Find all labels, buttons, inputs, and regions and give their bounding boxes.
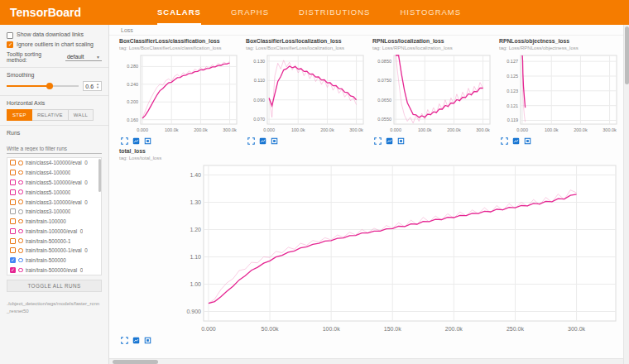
- pin-icon[interactable]: [524, 137, 531, 145]
- svg-text:200.0k: 200.0k: [445, 326, 463, 332]
- tab-scalars[interactable]: SCALARS: [157, 0, 201, 25]
- vertical-scrollbar[interactable]: [623, 25, 629, 364]
- slider-thumb[interactable]: [46, 83, 53, 89]
- fit-data-icon[interactable]: [386, 137, 393, 145]
- line-chart[interactable]: 0.9001.001.101.201.301.400.00050.00k100.…: [119, 162, 623, 336]
- svg-text:1.10: 1.10: [190, 254, 201, 260]
- run-item[interactable]: train/class3-100000: [7, 207, 98, 217]
- run-checkbox[interactable]: [10, 208, 16, 214]
- run-checkbox[interactable]: [10, 180, 16, 185]
- horizontal-axis-label: Horizontal Axis: [7, 100, 102, 106]
- toggle-all-runs-button[interactable]: TOGGLE ALL RUNS: [7, 280, 102, 292]
- run-item[interactable]: train/class4-100000: [7, 168, 98, 178]
- run-label: train/train-100000/eval_0: [26, 228, 84, 234]
- horizontal-scrollbar-thumb[interactable]: [113, 360, 158, 364]
- tooltip-sorting-select[interactable]: default ▼: [65, 53, 102, 61]
- smoothing-value-input[interactable]: 0.6 ▲▼: [83, 81, 102, 91]
- run-item[interactable]: train/class3-100000/eval_0: [7, 197, 98, 207]
- run-checkbox[interactable]: [10, 228, 16, 234]
- run-item[interactable]: train/train-500000-1: [7, 236, 98, 246]
- run-checkbox[interactable]: [10, 189, 16, 195]
- run-label: train/class4-100000: [26, 170, 71, 175]
- axis-step-button[interactable]: STEP: [7, 109, 32, 121]
- chart-card: BoxClassifierLoss/localization_loss tag:…: [246, 38, 368, 145]
- fit-data-icon[interactable]: [132, 137, 140, 145]
- ignore-outliers-checkbox[interactable]: Ignore outliers in chart scaling: [7, 41, 102, 49]
- pin-icon[interactable]: [271, 137, 278, 145]
- expand-icon[interactable]: [501, 137, 508, 145]
- tooltip-sorting-label: Tooltip sorting method:: [7, 51, 63, 63]
- svg-text:0.110: 0.110: [254, 78, 265, 83]
- fit-data-icon[interactable]: [132, 337, 140, 344]
- svg-text:1.20: 1.20: [190, 227, 201, 232]
- run-checkbox[interactable]: [10, 160, 16, 165]
- expand-icon[interactable]: [121, 137, 128, 145]
- tab-graphs[interactable]: GRAPHS: [231, 0, 269, 25]
- chart-tag: tag: Loss/BoxClassifierLoss/localization…: [246, 46, 368, 51]
- svg-text:0.130: 0.130: [253, 59, 265, 64]
- show-download-links-checkbox[interactable]: Show data download links: [7, 31, 102, 39]
- checkbox-icon[interactable]: [7, 32, 13, 39]
- vertical-scrollbar-thumb[interactable]: [625, 26, 629, 84]
- run-item[interactable]: train/train-100000/eval_0: [7, 226, 98, 236]
- svg-text:0.070: 0.070: [253, 117, 265, 122]
- run-item[interactable]: train/train-500000-1/eval_0: [7, 246, 98, 256]
- svg-text:0.0650: 0.0650: [377, 98, 391, 103]
- run-label: train/train-500000: [26, 257, 66, 263]
- run-color-dot-icon: [18, 219, 23, 224]
- axis-relative-button[interactable]: RELATIVE: [32, 109, 69, 121]
- run-checkbox[interactable]: ✓: [10, 257, 16, 263]
- horizontal-scrollbar[interactable]: [109, 358, 623, 364]
- line-chart[interactable]: 0.05500.06500.07500.08500.000100.0k200.0…: [372, 52, 495, 136]
- svg-text:300.0k: 300.0k: [223, 127, 237, 132]
- run-checkbox[interactable]: ✓: [10, 267, 16, 273]
- pin-icon[interactable]: [397, 137, 405, 145]
- expand-icon[interactable]: [247, 137, 255, 145]
- run-item[interactable]: train/train-100000: [7, 217, 98, 227]
- runs-label: Runs: [7, 130, 102, 136]
- tag-group-header[interactable]: Loss: [109, 25, 623, 36]
- smoothing-slider[interactable]: [7, 85, 79, 87]
- line-chart[interactable]: 0.0700.0900.1100.1300.000100.0k200.0k300…: [246, 52, 368, 136]
- svg-text:300.0k: 300.0k: [476, 127, 490, 132]
- chevron-down-icon: ▼: [96, 55, 100, 60]
- svg-text:0.000: 0.000: [263, 127, 275, 132]
- stepper-arrows-icon[interactable]: ▲▼: [96, 83, 99, 89]
- run-item[interactable]: train/class4-100000/eval_0: [7, 158, 98, 168]
- run-label: train/train-500000-1/eval_0: [26, 247, 88, 253]
- run-checkbox[interactable]: [10, 218, 16, 224]
- fit-data-icon[interactable]: [512, 137, 520, 145]
- tab-histograms[interactable]: HISTOGRAMS: [400, 0, 461, 25]
- axis-wall-button[interactable]: WALL: [69, 109, 94, 121]
- pin-icon[interactable]: [144, 337, 151, 344]
- checkbox-checked-icon[interactable]: [7, 41, 13, 48]
- run-item[interactable]: train/class5-100000: [7, 187, 98, 197]
- run-checkbox[interactable]: [10, 247, 16, 253]
- expand-icon[interactable]: [121, 337, 128, 344]
- runs-scrollbar-thumb[interactable]: [98, 159, 101, 192]
- run-checkbox[interactable]: [10, 170, 16, 175]
- svg-text:150.0k: 150.0k: [384, 326, 402, 332]
- runs-filter-input[interactable]: [7, 144, 102, 154]
- run-checkbox[interactable]: [10, 238, 16, 244]
- chart-toolbar: [372, 137, 495, 145]
- line-chart[interactable]: 0.1600.2000.2400.2800.000100.0k200.0k300…: [119, 52, 242, 136]
- pin-icon[interactable]: [144, 137, 151, 145]
- run-item[interactable]: ✓train/train-500000/eval_0: [7, 266, 98, 275]
- main-content: Loss BoxClassifierLoss/classification_lo…: [109, 25, 623, 364]
- svg-text:0.127: 0.127: [507, 59, 518, 64]
- expand-icon[interactable]: [374, 137, 382, 145]
- smoothing-label: Smoothing: [7, 72, 102, 78]
- run-item[interactable]: train/class5-100000/eval_0: [7, 178, 98, 188]
- checkbox-label: Show data download links: [17, 31, 84, 37]
- run-label: train/class3-100000/eval_0: [26, 199, 88, 205]
- chart-title: RPNLoss/objectness_loss: [499, 38, 622, 46]
- run-item[interactable]: ✓train/train-500000: [7, 256, 98, 266]
- line-chart[interactable]: 0.1190.1210.1230.1250.1270.000100.0k200.…: [499, 52, 622, 136]
- svg-text:0.119: 0.119: [507, 117, 518, 122]
- fit-data-icon[interactable]: [259, 137, 266, 145]
- svg-text:300.0k: 300.0k: [349, 127, 363, 132]
- tab-distributions[interactable]: DISTRIBUTIONS: [299, 0, 370, 25]
- run-checkbox[interactable]: [10, 199, 16, 205]
- svg-text:0.0850: 0.0850: [377, 59, 391, 64]
